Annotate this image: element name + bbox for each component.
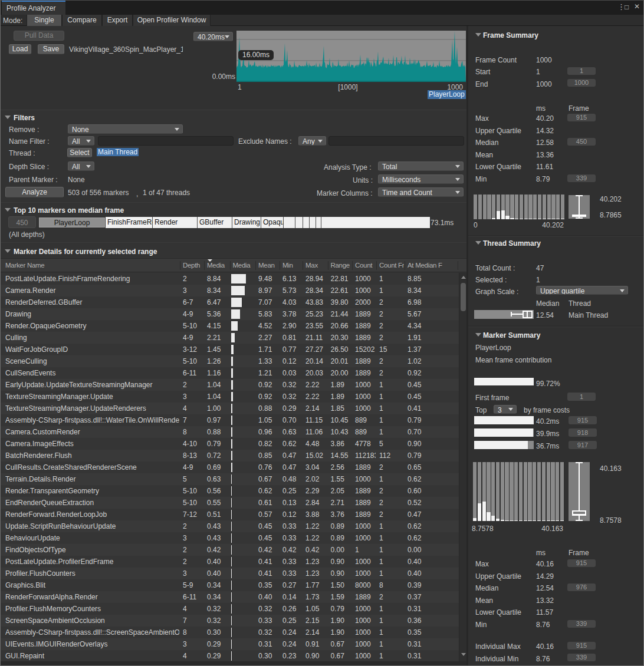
mode-button-single[interactable]: Single xyxy=(27,15,62,26)
table-row[interactable]: RenderForwardAlpha.Render6-110.340.400.1… xyxy=(1,591,459,603)
top10-segment-SceneCulling[interactable] xyxy=(303,217,310,228)
table-row[interactable]: Drawing4-95.365.833.7825.2321.44188925.6… xyxy=(1,308,459,320)
analyze-button[interactable]: Analyze xyxy=(5,187,64,197)
tab-profile-analyzer[interactable]: Profile Analyzer xyxy=(2,1,65,15)
scrollbar-thumb[interactable] xyxy=(461,283,466,311)
table-row[interactable]: BatchRenderer.Flush8-130.720.850.4715.02… xyxy=(1,450,459,461)
table-column-header-6[interactable]: Max xyxy=(305,262,327,269)
table-column-header-9[interactable]: Count Fra xyxy=(379,262,404,269)
table-row[interactable]: SceneCulling5-101.261.330.1220.1420.0118… xyxy=(1,355,459,367)
table-row[interactable]: CullResults.CreateSharedRendererScene4-9… xyxy=(1,461,459,473)
units-dropdown[interactable]: Milliseconds xyxy=(378,174,464,184)
table-row[interactable]: ScreenSpaceAmbientOcclusion70.320.330.25… xyxy=(1,615,459,627)
stat-frame-box[interactable]: 915 xyxy=(567,114,596,121)
table-row[interactable]: Camera.Render38.348.975.7328.3422.611000… xyxy=(1,285,459,296)
top-frame-box[interactable]: 918 xyxy=(569,428,597,437)
top10-segment-FinishFrameRendering[interactable]: FinishFrameRendering xyxy=(106,217,153,228)
exclude-mode-dropdown[interactable]: Any xyxy=(298,136,326,146)
top10-segment-CullSendEvents[interactable] xyxy=(310,217,316,228)
table-row[interactable]: UIEvents.IMGUIRenderOverlays30.290.310.2… xyxy=(1,638,459,650)
marker-details-collapse-icon[interactable] xyxy=(5,249,11,253)
top10-segment-EarlyUpdate.UpdateTextureStreamingManager[interactable] xyxy=(316,217,321,228)
exclude-names-input[interactable] xyxy=(328,136,464,146)
pull-data-button[interactable]: Pull Data xyxy=(14,31,64,41)
table-row[interactable]: Graphics.Blit5-90.340.350.271.771.508000… xyxy=(1,579,459,591)
remove-dropdown[interactable]: None xyxy=(68,124,183,134)
frame-summary-info-box[interactable]: 1 xyxy=(567,67,596,75)
window-close-icon[interactable]: ✕ xyxy=(634,2,640,11)
marker-individual-box[interactable]: 339 xyxy=(567,654,596,661)
marker-stat-box[interactable]: 915 xyxy=(567,559,596,567)
table-row[interactable]: EarlyUpdate.UpdateTextureStreamingManage… xyxy=(1,379,459,391)
table-row[interactable]: PostLateUpdate.ProfilerEndFrame20.400.41… xyxy=(1,556,459,568)
top10-segment-OpaqueGeometry[interactable]: OpaqueGeometry xyxy=(261,217,284,228)
table-row[interactable]: CullSendEvents6-111.161.210.0320.0320.00… xyxy=(1,367,459,379)
top10-marker-bar[interactable]: PlayerLoopFinishFrameRenderingRenderGBuf… xyxy=(38,217,430,228)
save-button[interactable]: Save xyxy=(38,44,64,54)
table-row[interactable]: Assembly-CSharp-firstpass.dll!::ScreenSp… xyxy=(1,627,459,638)
top10-segment-Culling[interactable] xyxy=(284,217,295,228)
table-column-header-8[interactable]: Count xyxy=(355,262,376,269)
marker-individual-box[interactable]: 915 xyxy=(567,642,596,649)
thread-graph-scale-dropdown[interactable]: Upper quartile xyxy=(536,286,628,295)
stat-frame-box[interactable]: 339 xyxy=(567,174,596,182)
table-column-header-4[interactable]: Mean xyxy=(258,262,279,269)
table-row[interactable]: Camera.ImageEffects4-100.790.820.624.483… xyxy=(1,438,459,450)
graph-selection-chip[interactable]: PlayerLoop xyxy=(428,90,466,99)
stat-frame-box[interactable]: 450 xyxy=(567,138,596,146)
table-row[interactable]: TextureStreamingManager.UpdateRenderers4… xyxy=(1,403,459,414)
top-frame-box[interactable]: 915 xyxy=(569,416,597,424)
top10-segment-GBuffer[interactable]: GBuffer xyxy=(198,217,232,228)
name-filter-mode-dropdown[interactable]: All xyxy=(68,136,94,146)
table-row[interactable]: Profiler.FlushMemoryCounters40.320.320.2… xyxy=(1,603,459,615)
table-row[interactable]: PostLateUpdate.FinishFrameRendering28.84… xyxy=(1,273,459,285)
top10-frame-box[interactable]: 450 xyxy=(8,216,36,228)
table-row[interactable]: RenderDeferred.GBuffer6-76.477.074.0343.… xyxy=(1,296,459,308)
first-frame-box[interactable]: 1 xyxy=(567,393,596,401)
name-filter-input[interactable] xyxy=(98,136,234,146)
mode-button-open-profiler-window[interactable]: Open Profiler Window xyxy=(133,15,211,26)
depth-slice-dropdown[interactable]: All xyxy=(68,161,94,171)
table-row[interactable]: Update.ScriptRunBehaviourUpdate20.430.45… xyxy=(1,520,459,532)
table-row[interactable]: Render.OpaqueGeometry5-104.154.522.9023.… xyxy=(1,320,459,332)
table-column-header-2[interactable]: Media xyxy=(207,262,229,269)
table-row[interactable]: Render.TransparentGeometry5-100.560.620.… xyxy=(1,485,459,497)
marker-columns-dropdown[interactable]: Time and Count xyxy=(378,187,464,197)
thread-summary-collapse-icon[interactable] xyxy=(475,241,481,245)
table-row[interactable]: RenderForward.RenderLoopJob7-120.510.570… xyxy=(1,509,459,520)
table-row[interactable]: FindObjectsOfType20.420.420.420.420.0011… xyxy=(1,544,459,556)
top10-remainder-segment[interactable] xyxy=(321,217,430,228)
table-column-header-5[interactable]: Min xyxy=(282,262,302,269)
analysis-type-dropdown[interactable]: Total xyxy=(378,161,464,171)
table-column-header-3[interactable]: Media xyxy=(233,262,255,269)
marker-summary-collapse-icon[interactable] xyxy=(475,333,481,337)
table-row[interactable]: EndRenderQueueExtraction5-100.550.610.13… xyxy=(1,497,459,509)
table-row[interactable]: Assembly-CSharp-firstpass.dll!::WaterTil… xyxy=(1,414,459,426)
table-row[interactable]: Terrain.Details.Render50.630.670.482.021… xyxy=(1,473,459,485)
marker-stat-box[interactable]: 339 xyxy=(567,620,596,628)
top-frame-box[interactable]: 917 xyxy=(569,441,597,449)
table-column-header-10[interactable]: At Median F xyxy=(408,262,457,269)
thread-select-button[interactable]: Select xyxy=(67,148,92,157)
thread-whisker-graph[interactable] xyxy=(474,310,534,319)
load-button[interactable]: Load xyxy=(9,44,31,54)
frame-summary-collapse-icon[interactable] xyxy=(475,33,481,37)
table-row[interactable]: BehaviourUpdate30.430.450.331.220.891000… xyxy=(1,532,459,544)
frame-summary-info-box[interactable]: 1000 xyxy=(567,79,596,87)
top10-segment-Render[interactable]: Render xyxy=(153,217,198,228)
table-column-header-0[interactable]: Marker Name xyxy=(5,262,179,269)
window-maximize-icon[interactable]: □ xyxy=(625,3,629,11)
top10-segment-WaitForJobGroupID[interactable] xyxy=(295,217,303,228)
mode-button-compare[interactable]: Compare xyxy=(62,15,102,26)
table-row[interactable]: Camera.CustomRender80.880.960.6311.0610.… xyxy=(1,426,459,438)
scrollbar-up-icon[interactable] xyxy=(461,276,466,279)
table-row[interactable]: Culling4-92.212.270.8121.1120.30188921.9… xyxy=(1,332,459,344)
table-row[interactable]: WaitForJobGroupID3-121.451.710.7727.2726… xyxy=(1,344,459,355)
marker-stat-box[interactable]: 976 xyxy=(567,583,596,591)
top10-segment-PlayerLoop[interactable]: PlayerLoop xyxy=(38,217,106,228)
table-scrollbar[interactable] xyxy=(459,273,466,661)
mode-button-export[interactable]: Export xyxy=(102,15,133,26)
top10-segment-Drawing[interactable]: Drawing xyxy=(232,217,261,228)
table-row[interactable]: Profiler.FlushCounters30.400.410.331.230… xyxy=(1,568,459,579)
table-column-header-1[interactable]: Depth xyxy=(183,262,203,269)
